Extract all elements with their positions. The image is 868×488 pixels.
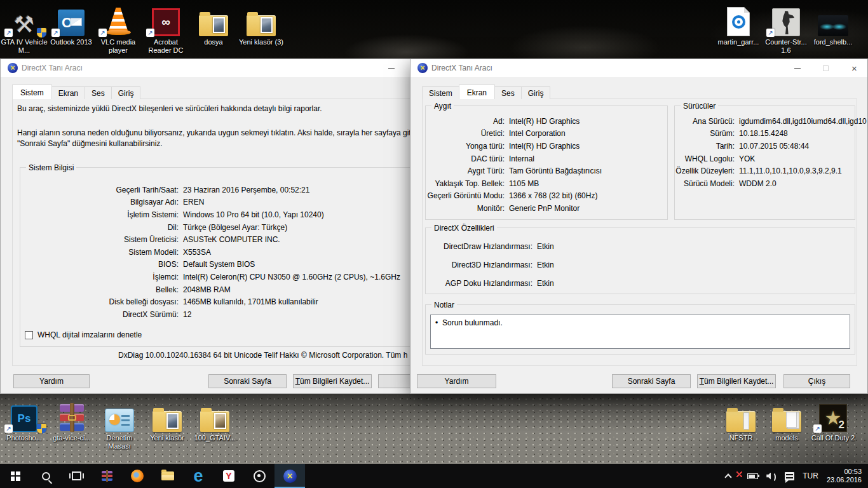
taskbar-file-explorer[interactable]: [153, 464, 183, 488]
field-row: İşlemci:Intel(R) Celeron(R) CPU N3050 @ …: [24, 271, 400, 283]
checkbox-icon[interactable]: [25, 331, 33, 339]
desktop-icon-nfstr[interactable]: NFSTR: [717, 399, 765, 442]
taskbar-yandex[interactable]: Y: [214, 464, 244, 488]
save-all-info-button[interactable]: Tüm Bilgileri Kaydet...: [293, 374, 372, 388]
field-value: Etkin: [537, 242, 554, 251]
exit-button[interactable]: Çıkış: [783, 374, 850, 388]
field-value: igdumdim64.dll,igd10iumd64.dll,igd10: [739, 117, 867, 126]
desktop-icon-control-panel[interactable]: Denetim Masası: [95, 399, 144, 451]
field-label: Sistem Modeli:: [24, 248, 179, 257]
desktop-icon-martin-garr[interactable]: martin_garr...: [714, 3, 763, 46]
close-button[interactable]: ×: [840, 59, 868, 77]
desktop-icon-yeni-klasor-3[interactable]: Yeni klasör (3): [237, 3, 285, 46]
desktop-icon-photoshop[interactable]: Ps ↗ Photosho...: [0, 399, 48, 442]
tab-sistem[interactable]: Sistem: [422, 86, 459, 99]
field-value: EREN: [183, 198, 204, 207]
field-label: Üretici:: [423, 129, 505, 138]
icon-label: Call Of Duty 2: [809, 434, 857, 442]
icon-label: Photosho...: [0, 434, 48, 442]
desktop-icon-gtaiv-folder[interactable]: 100_GTAIV...: [191, 399, 239, 442]
icon-label: models: [763, 434, 811, 442]
language-indicator[interactable]: TUR: [803, 471, 818, 480]
field-value: X553SA: [183, 248, 211, 257]
tab-ses[interactable]: Ses: [85, 86, 112, 99]
field-label: Özellik Düzeyleri:: [668, 166, 735, 175]
taskbar-search-button[interactable]: [31, 464, 61, 488]
taskbar-clock[interactable]: 00:53 23.06.2016: [827, 468, 862, 484]
field-row: Monitör:Generic PnP Monitor: [423, 202, 602, 215]
field-label: Direct3D Hızlandırması:: [427, 261, 532, 269]
control-panel-icon: [105, 409, 134, 432]
field-row: Üretici:Intel Corporation: [423, 128, 602, 140]
field-row: DirectDraw Hızlandırması:Etkin: [427, 237, 554, 255]
desktop-icon-outlook[interactable]: O ↗ Outlook 2013: [47, 3, 95, 46]
save-all-info-button[interactable]: Tüm Bilgileri Kaydet...: [697, 374, 776, 388]
action-center-icon[interactable]: [785, 472, 794, 480]
shortcut-arrow-icon: ↗: [51, 29, 60, 37]
tab-ekran[interactable]: Ekran: [459, 85, 495, 99]
field-row: Aygıt Türü:Tam Görüntü Bağdaştırıcısı: [423, 165, 602, 177]
desktop-icon-models[interactable]: models: [763, 399, 811, 442]
maximize-button[interactable]: [811, 59, 840, 77]
taskbar-firefox[interactable]: [122, 464, 153, 488]
field-value: 2048MB RAM: [183, 285, 231, 294]
battery-icon[interactable]: [747, 473, 758, 479]
field-value: Türkçe (Bölgesel Ayar: Türkçe): [183, 223, 287, 232]
field-value: Tam Görüntü Bağdaştırıcısı: [509, 166, 602, 175]
field-label: İşletim Sistemi:: [24, 210, 179, 219]
task-view-button[interactable]: [61, 464, 92, 488]
field-row: AGP Doku Hızlandırması:Etkin: [427, 274, 554, 293]
notes-listbox[interactable]: • Sorun bulunmadı.: [430, 315, 850, 349]
icon-label: VLC media player: [94, 38, 142, 55]
desktop-icon-vlc[interactable]: ↗ VLC media player: [94, 3, 142, 55]
tab-ekran[interactable]: Ekran: [51, 86, 85, 99]
task-view-icon: [72, 471, 81, 480]
taskbar-winrar[interactable]: [92, 464, 122, 488]
taskbar-edge[interactable]: e: [183, 464, 214, 488]
dxdiag-app-icon: ×: [417, 63, 428, 73]
start-button[interactable]: [0, 464, 31, 488]
tab-ses[interactable]: Ses: [494, 86, 522, 99]
next-page-button[interactable]: Sonraki Sayfa: [208, 374, 287, 388]
tab-strip: Sistem Ekran Ses Giriş: [422, 85, 550, 99]
tab-strip: Sistem Ekran Ses Giriş: [12, 85, 140, 99]
folder-icon: [247, 15, 276, 36]
titlebar[interactable]: × DirectX Tanı Aracı ×: [410, 59, 867, 77]
icon-label: Yeni klasör (3): [237, 38, 285, 46]
field-label: DirectX Sürümü:: [24, 310, 179, 319]
desktop-icon-ford-shelby[interactable]: ford_shelb...: [809, 3, 857, 46]
desktop-icon-cod2[interactable]: ★ 2 ↗ Call Of Duty 2: [809, 399, 857, 442]
field-value: Generic PnP Monitor: [509, 204, 580, 213]
search-icon: [42, 472, 50, 480]
help-button[interactable]: Yardım: [13, 374, 90, 388]
whql-checkbox[interactable]: WHQL dijital imzalarını denetle: [25, 330, 142, 339]
tab-giris[interactable]: Giriş: [111, 86, 141, 99]
folder-icon: [199, 15, 228, 36]
dxdiag-icon: ×: [283, 470, 297, 483]
help-button[interactable]: Yardım: [417, 374, 496, 388]
minimize-button[interactable]: [783, 59, 811, 77]
desktop-icon-dosya[interactable]: dosya: [189, 3, 238, 46]
minimize-button[interactable]: [377, 59, 405, 77]
cod2-icon: ★ 2: [819, 404, 847, 432]
dx-features-fields: DirectDraw Hızlandırması:Etkin Direct3D …: [427, 237, 554, 293]
taskbar-media-app[interactable]: [244, 464, 275, 488]
tab-sistem[interactable]: Sistem: [12, 85, 52, 99]
field-value: 12: [183, 310, 191, 319]
next-page-button[interactable]: Sonraki Sayfa: [612, 374, 691, 388]
desktop-icon-counter-strike[interactable]: ↗ Counter-Str... 1.6: [762, 3, 810, 55]
titlebar[interactable]: × DirectX Tanı Aracı: [1, 59, 460, 77]
intro-line: Hangi alanın soruna neden olduğunu biliy…: [17, 128, 453, 139]
desktop-icon-gta-vice-archive[interactable]: gta-vice-ci...: [48, 399, 96, 442]
group-title: Notlar: [431, 301, 457, 309]
folder-icon: [200, 411, 229, 432]
desktop-icon-yeni-klasor[interactable]: Yeni klasör: [143, 399, 191, 442]
taskbar-dxdiag-active[interactable]: ×: [275, 464, 305, 488]
tab-giris[interactable]: Giriş: [521, 86, 551, 99]
icon-label: ford_shelb...: [809, 38, 857, 46]
desktop-icon-acrobat[interactable]: ∞ ↗ Acrobat Reader DC: [142, 3, 190, 55]
volume-icon[interactable]: [766, 472, 776, 480]
icon-label: Denetim Masası: [95, 434, 144, 451]
desktop-icon-gta-iv[interactable]: ⚒ ↗ GTA IV Vehicle M...: [0, 3, 48, 55]
tray-chevron-up-icon[interactable]: [725, 473, 732, 480]
